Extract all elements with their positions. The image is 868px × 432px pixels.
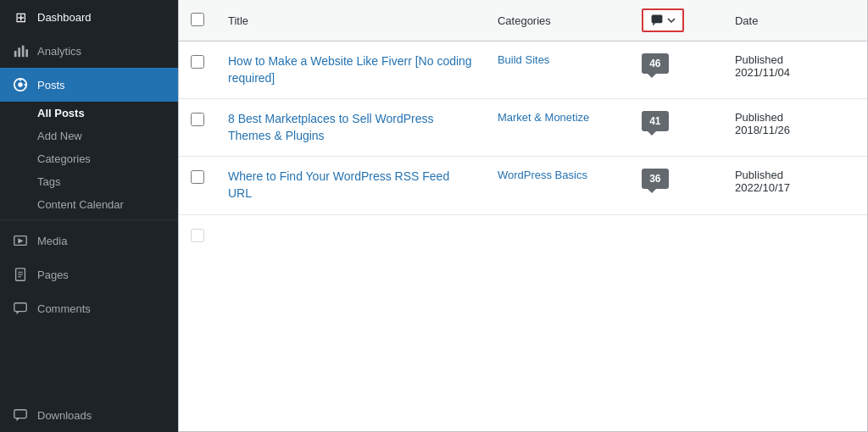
row-checkbox-empty[interactable]	[191, 229, 204, 242]
svg-marker-9	[18, 238, 23, 243]
sidebar-item-label: Analytics	[37, 45, 81, 58]
main-content: Title Categories	[178, 0, 868, 432]
sidebar: ⊞ Dashboard Analytics Posts All Posts	[0, 0, 178, 432]
comments-cell: 36	[630, 157, 723, 214]
svg-rect-14	[14, 303, 26, 312]
post-date: 2022/10/17	[735, 181, 790, 194]
post-status: Published	[735, 169, 783, 181]
row-checkbox[interactable]	[191, 113, 204, 126]
post-title-link[interactable]: Where to Find Your WordPress RSS Feed UR…	[228, 169, 474, 202]
table-row: Where to Find Your WordPress RSS Feed UR…	[179, 157, 867, 214]
comment-badge[interactable]: 36	[642, 169, 669, 189]
pages-icon	[12, 266, 29, 283]
post-date: 2021/11/04	[735, 66, 790, 79]
row-checkbox[interactable]	[191, 170, 204, 184]
submenu-categories[interactable]: Categories	[0, 147, 178, 170]
row-check-cell	[179, 157, 216, 214]
sidebar-item-label: Comments	[37, 302, 91, 315]
sidebar-item-label: Dashboard	[37, 11, 92, 24]
posts-table-wrapper: Title Categories	[178, 0, 868, 432]
category-link[interactable]: Market & Monetize	[498, 111, 589, 124]
svg-rect-1	[18, 47, 20, 57]
row-check-cell	[179, 99, 216, 157]
comment-badge[interactable]: 46	[642, 53, 669, 74]
sidebar-item-comments[interactable]: Comments	[0, 291, 178, 325]
title-cell: 8 Best Marketplaces to Sell WordPress Th…	[216, 99, 486, 157]
select-all-checkbox[interactable]	[191, 13, 204, 26]
date-cell: Published 2018/11/26	[723, 99, 867, 157]
categories-column-header[interactable]: Categories	[486, 0, 630, 42]
svg-rect-18	[651, 15, 662, 24]
row-check-cell	[179, 42, 216, 99]
svg-rect-3	[25, 49, 28, 57]
date-cell: Published 2021/11/04	[723, 42, 867, 99]
post-title-link[interactable]: 8 Best Marketplaces to Sell WordPress Th…	[228, 111, 474, 144]
comment-header-icon	[650, 14, 664, 27]
title-cell: Where to Find Your WordPress RSS Feed UR…	[216, 157, 486, 214]
media-icon	[12, 232, 29, 249]
sidebar-item-label: Downloads	[37, 409, 92, 422]
post-date: 2018/11/26	[735, 124, 790, 136]
sidebar-item-analytics[interactable]: Analytics	[0, 34, 178, 68]
post-status: Published	[735, 111, 783, 124]
svg-rect-2	[22, 46, 25, 57]
downloads-icon	[12, 407, 29, 424]
comment-badge[interactable]: 41	[642, 111, 669, 131]
comments-column-header[interactable]	[630, 0, 723, 42]
title-column-header[interactable]: Title	[216, 0, 486, 42]
sidebar-divider-1	[0, 219, 178, 220]
sidebar-item-pages[interactable]: Pages	[0, 258, 178, 291]
comments-sort-button[interactable]	[642, 8, 684, 32]
category-cell: Build Sites	[486, 42, 630, 99]
analytics-icon	[12, 42, 29, 59]
sidebar-item-downloads[interactable]: Downloads	[0, 398, 178, 432]
table-row-empty	[179, 214, 867, 257]
posts-submenu: All Posts Add New Categories Tags Conten…	[0, 102, 178, 216]
post-status: Published	[735, 53, 783, 66]
post-title-link[interactable]: How to Make a Website Like Fiverr [No co…	[228, 53, 474, 86]
date-cell: Published 2022/10/17	[723, 157, 867, 214]
category-cell: Market & Monetize	[486, 99, 630, 157]
table-row: How to Make a Website Like Fiverr [No co…	[179, 42, 867, 99]
table-row: 8 Best Marketplaces to Sell WordPress Th…	[179, 99, 867, 157]
date-column-header[interactable]: Date	[723, 0, 867, 42]
select-all-header	[179, 0, 216, 42]
sidebar-item-posts[interactable]: Posts	[0, 68, 178, 102]
title-cell: How to Make a Website Like Fiverr [No co…	[216, 42, 486, 99]
svg-point-5	[18, 82, 22, 86]
svg-marker-19	[653, 23, 655, 25]
submenu-tags[interactable]: Tags	[0, 170, 178, 193]
category-link[interactable]: WordPress Basics	[498, 169, 587, 181]
comments-cell: 41	[630, 99, 723, 157]
svg-rect-0	[14, 51, 17, 57]
sidebar-item-label: Pages	[37, 269, 69, 281]
submenu-all-posts[interactable]: All Posts	[0, 102, 178, 125]
sidebar-item-dashboard[interactable]: ⊞ Dashboard	[0, 0, 178, 34]
posts-icon	[12, 76, 29, 93]
comments-icon	[12, 300, 29, 317]
category-link[interactable]: Build Sites	[498, 53, 549, 66]
sidebar-item-label: Posts	[37, 79, 65, 91]
submenu-content-calendar[interactable]: Content Calendar	[0, 193, 178, 216]
submenu-add-new[interactable]: Add New	[0, 125, 178, 147]
sidebar-item-label: Media	[37, 235, 67, 247]
dashboard-icon: ⊞	[12, 8, 29, 25]
category-cell: WordPress Basics	[486, 157, 630, 214]
row-checkbox[interactable]	[191, 55, 204, 69]
comments-cell: 46	[630, 42, 723, 99]
chevron-down-icon	[667, 16, 676, 25]
sidebar-item-media[interactable]: Media	[0, 224, 178, 258]
posts-table: Title Categories	[179, 0, 867, 257]
svg-rect-16	[14, 410, 26, 418]
